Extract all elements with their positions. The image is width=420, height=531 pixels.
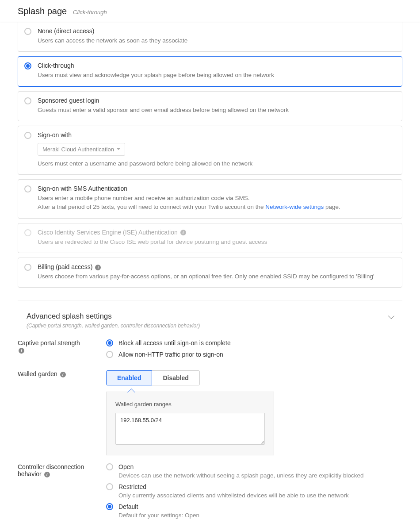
network-wide-settings-link[interactable]: Network-wide settings <box>265 204 324 210</box>
radio-sms[interactable] <box>24 185 31 192</box>
radio-ise <box>24 229 31 236</box>
advanced-title: Advanced splash settings <box>27 312 393 321</box>
info-icon[interactable]: i <box>44 472 50 477</box>
option-click-desc: Users must view and acknowledge your spl… <box>38 71 396 80</box>
walled-garden-row: Walled garden i Enabled Disabled Walled … <box>18 362 402 455</box>
radio-click-through[interactable] <box>24 62 31 69</box>
option-sponsored-desc: Guests must enter a valid sponsor and ow… <box>38 106 396 115</box>
option-billing-desc: Users choose from various pay-for-access… <box>38 272 396 281</box>
info-icon[interactable]: i <box>60 372 66 377</box>
radio-controller-restricted[interactable] <box>106 483 113 490</box>
walled-enabled-button[interactable]: Enabled <box>106 370 152 385</box>
controller-restricted-desc: Only currently associated clients and wh… <box>118 492 349 499</box>
option-billing[interactable]: Billing (paid access) i Users choose fro… <box>18 258 402 288</box>
page-subtitle: Click-through <box>73 9 107 15</box>
info-icon[interactable]: i <box>19 348 24 354</box>
controller-default-desc: Default for your settings: Open <box>118 512 199 519</box>
controller-open-title: Open <box>118 463 364 470</box>
signon-auth-dropdown[interactable]: Meraki Cloud Authentication <box>38 143 125 156</box>
controller-label: Controller disconnection behavior i <box>18 463 106 523</box>
content-area: None (direct access) Users can access th… <box>0 22 420 531</box>
option-sms[interactable]: Sign-on with SMS Authentication Users en… <box>18 179 402 219</box>
radio-billing[interactable] <box>24 264 31 271</box>
captive-portal-row: Captive portal strength i Block all acce… <box>18 331 402 362</box>
captive-allow-option[interactable]: Allow non-HTTP traffic prior to sign-on <box>106 351 402 358</box>
info-icon[interactable]: i <box>95 265 101 270</box>
option-none-title: None (direct access) <box>38 27 396 35</box>
option-billing-title: Billing (paid access) i <box>38 263 396 270</box>
captive-label: Captive portal strength i <box>18 339 106 362</box>
option-none-desc: Users can access the network as soon as … <box>38 36 396 45</box>
option-ise-desc: Users are redirected to the Cisco ISE we… <box>38 238 396 246</box>
caret-down-icon <box>117 148 120 150</box>
page-header: Splash page Click-through <box>0 0 420 22</box>
radio-captive-block[interactable] <box>106 339 113 346</box>
radio-captive-allow[interactable] <box>106 351 113 358</box>
controller-open-option[interactable]: Open Devices can use the network without… <box>106 463 402 479</box>
captive-allow-label: Allow non-HTTP traffic prior to sign-on <box>118 351 223 358</box>
option-sponsored-title: Sponsored guest login <box>38 97 396 104</box>
radio-none[interactable] <box>24 28 31 35</box>
option-sms-title: Sign-on with SMS Authentication <box>38 185 396 192</box>
walled-panel: Walled garden ranges <box>106 392 274 455</box>
controller-row: Controller disconnection behavior i Open… <box>18 455 402 523</box>
option-sponsored[interactable]: Sponsored guest login Guests must enter … <box>18 91 402 121</box>
walled-disabled-button[interactable]: Disabled <box>152 370 199 385</box>
walled-label: Walled garden i <box>18 370 106 455</box>
advanced-header[interactable]: Advanced splash settings (Captive portal… <box>18 300 402 331</box>
radio-controller-open[interactable] <box>106 463 113 470</box>
option-ise: Cisco Identity Services Engine (ISE) Aut… <box>18 223 402 253</box>
page-title: Splash page <box>18 6 67 16</box>
walled-panel-wrap: Walled garden ranges <box>106 392 402 455</box>
controller-restricted-title: Restricted <box>118 483 349 490</box>
controller-restricted-option[interactable]: Restricted Only currently associated cli… <box>106 483 402 499</box>
radio-controller-default[interactable] <box>106 503 113 510</box>
radio-signon[interactable] <box>24 132 31 139</box>
controller-default-option[interactable]: Default Default for your settings: Open <box>106 503 402 519</box>
option-signon[interactable]: Sign-on with Meraki Cloud Authentication… <box>18 126 402 175</box>
captive-block-label: Block all access until sign-on is comple… <box>118 339 231 346</box>
option-click-title: Click-through <box>38 62 396 69</box>
panel-arrow-icon <box>127 389 135 392</box>
option-none[interactable]: None (direct access) Users can access th… <box>18 22 402 52</box>
radio-sponsored[interactable] <box>24 97 31 104</box>
controller-default-title: Default <box>118 503 199 510</box>
option-signon-title: Sign-on with <box>38 131 396 139</box>
advanced-sub: (Captive portal strength, walled garden,… <box>27 323 393 329</box>
controller-open-desc: Devices can use the network without seei… <box>118 472 364 479</box>
option-signon-desc: Users must enter a username and password… <box>38 159 396 168</box>
option-sms-desc: Users enter a mobile phone number and re… <box>38 194 396 212</box>
walled-toggle: Enabled Disabled <box>106 370 200 385</box>
walled-ranges-label: Walled garden ranges <box>115 401 265 408</box>
captive-block-option[interactable]: Block all access until sign-on is comple… <box>106 339 402 346</box>
option-ise-title: Cisco Identity Services Engine (ISE) Aut… <box>38 229 396 236</box>
signon-auth-value: Meraki Cloud Authentication <box>42 146 114 153</box>
info-icon[interactable]: i <box>180 230 186 235</box>
walled-ranges-input[interactable] <box>115 413 265 445</box>
option-click-through[interactable]: Click-through Users must view and acknow… <box>18 56 402 86</box>
